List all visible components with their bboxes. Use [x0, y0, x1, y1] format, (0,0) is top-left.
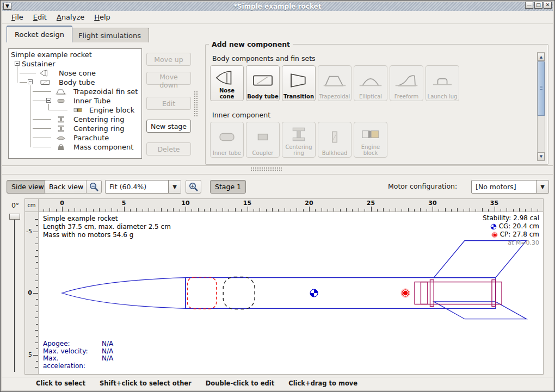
mass-component-outline[interactable]: [223, 277, 255, 309]
component-tree[interactable]: Simple example rocketSustainerNose coneB…: [8, 48, 142, 159]
parachute-outline[interactable]: [187, 277, 216, 309]
tab-rocket-design[interactable]: Rocket design: [7, 26, 72, 42]
rotation-slider-handle[interactable]: [9, 214, 20, 220]
add-transition-button[interactable]: Transition: [282, 65, 316, 101]
tree-item-body-tube[interactable]: Body tube: [59, 78, 95, 86]
move-down-button[interactable]: Move down: [146, 72, 191, 85]
tree-item-engine-block[interactable]: Engine block: [89, 105, 134, 114]
ruler-tick: [315, 209, 316, 211]
component-button-label: Inner tube: [213, 151, 241, 157]
ruler-unit-label: cm: [25, 199, 39, 212]
ruler-tick: [35, 306, 38, 306]
tree-connector: [33, 138, 51, 138]
engine-block-outline[interactable]: [421, 282, 428, 304]
add-nose-cone-button[interactable]: Nose cone: [210, 65, 244, 101]
ruler-tick: [414, 209, 415, 211]
cp-marker[interactable]: [401, 289, 410, 297]
add-engine-block-button[interactable]: Engine block: [354, 122, 387, 158]
chevron-down-icon: ▼: [168, 181, 181, 193]
add-elliptical-button[interactable]: Elliptical: [354, 65, 387, 101]
tree-item-inner-tube[interactable]: Inner Tube: [73, 96, 110, 105]
zoom-in-button[interactable]: +: [186, 180, 201, 194]
zoom-level-select[interactable]: Fit (60.4%) ▼: [105, 180, 181, 194]
scroll-up-button[interactable]: ▲: [538, 53, 545, 61]
tree-item-trapezoidal-fin-set[interactable]: Trapezoidal fin set: [73, 87, 138, 96]
back-view-button[interactable]: Back view: [44, 180, 88, 194]
maximize-button[interactable]: □: [534, 2, 542, 9]
add-trapezoidal-button[interactable]: Trapezoidal: [318, 65, 351, 101]
body-tube-icon: [251, 67, 275, 94]
tree-expander-minus[interactable]: [46, 98, 51, 103]
menu-edit[interactable]: Edit: [28, 12, 52, 22]
add-coupler-button[interactable]: Coupler: [246, 122, 280, 158]
menu-analyze[interactable]: Analyze: [52, 12, 89, 22]
tree-item-sustainer[interactable]: Sustainer: [22, 59, 55, 68]
add-body-tube-button[interactable]: Body tube: [246, 65, 280, 101]
ruler-tick: [297, 208, 297, 211]
stage-1-toggle[interactable]: Stage 1: [210, 180, 246, 194]
tree-item-centering-ring[interactable]: Centering ring: [73, 124, 124, 133]
titlebar[interactable]: ▼ *Simple example rocket — □ ✕: [2, 2, 553, 11]
tree-item-mass-component[interactable]: Mass component: [73, 142, 133, 151]
ruler-label: 5: [28, 351, 32, 358]
tree-expander-minus[interactable]: [15, 61, 20, 66]
ruler-tick: [99, 208, 100, 211]
close-button[interactable]: ✕: [544, 2, 552, 9]
magnifier-plus-icon: +: [188, 182, 199, 192]
side-view-button[interactable]: Side view: [7, 180, 49, 194]
add-launch-lug-button[interactable]: Launch lug: [425, 65, 459, 101]
centering-ring-2[interactable]: [492, 280, 496, 307]
ruler-tick: [346, 208, 347, 211]
add-bulkhead-button[interactable]: Bulkhead: [318, 122, 351, 158]
scroll-down-button[interactable]: ▼: [538, 152, 545, 160]
tree-expander-minus[interactable]: [28, 79, 33, 84]
new-stage-button[interactable]: New stage: [146, 120, 191, 133]
motor-configuration-select[interactable]: [No motors] ▼: [471, 180, 549, 194]
tree-connector: [33, 91, 51, 92]
ruler-tick: [266, 209, 267, 211]
rotation-angle-label: 0°: [7, 201, 23, 209]
cg-marker[interactable]: [310, 289, 318, 297]
rocket-canvas[interactable]: Simple example rocketLength 37.5 cm, max…: [39, 212, 543, 374]
cg-value: CG: 20.4 cm: [499, 222, 539, 231]
ruler-tick: [167, 209, 168, 211]
tree-connector: [49, 110, 67, 110]
menu-help[interactable]: Help: [89, 12, 115, 22]
add-centering-ring-button[interactable]: Centering ring: [282, 122, 316, 158]
flight-stat-value: N/A: [102, 348, 113, 356]
move-up-button[interactable]: Move up: [146, 53, 191, 66]
ruler-tick: [488, 209, 489, 211]
add-inner-tube-button[interactable]: Inner tube: [210, 122, 244, 158]
ruler-tick: [36, 324, 38, 325]
tree-item-parachute[interactable]: Parachute: [73, 133, 109, 142]
status-hint: Shift+click to select other: [100, 379, 192, 387]
zoom-out-button[interactable]: −: [86, 180, 102, 194]
edit-button[interactable]: Edit: [146, 97, 191, 110]
launch-lug-icon: [430, 67, 454, 94]
view-toolbar: Side view Back view − Fit (60.4%) ▼ + St…: [2, 174, 553, 198]
scrollbar-thumb[interactable]: [538, 61, 545, 116]
horizontal-splitter[interactable]: [250, 167, 282, 172]
flight-stat-row: Apogee:N/A: [43, 340, 113, 348]
menu-file[interactable]: File: [7, 12, 28, 22]
magnifier-minus-icon: −: [89, 182, 100, 192]
nose-cone-outline[interactable]: [62, 278, 186, 309]
component-button-label: Nose cone: [211, 88, 243, 99]
minimize-button[interactable]: —: [525, 2, 533, 9]
ruler-tick: [451, 209, 452, 211]
rocket-summary-line: Length 37.5 cm, max. diameter 2.5 cm: [43, 223, 171, 231]
flight-stat-label: Max. velocity:: [43, 348, 102, 356]
component-scrollbar[interactable]: ▲ ▼: [537, 52, 545, 161]
ruler-tick: [457, 208, 458, 211]
delete-button[interactable]: Delete: [146, 142, 191, 155]
rotation-slider-track[interactable]: [14, 215, 15, 372]
tree-item-centering-ring[interactable]: Centering ring: [73, 115, 124, 123]
add-freeform-button[interactable]: Freeform: [390, 65, 423, 101]
vertical-splitter[interactable]: [194, 91, 198, 117]
tree-connector: [33, 101, 46, 101]
tree-item-simple-example-rocket[interactable]: Simple example rocket: [11, 50, 92, 59]
tab-flight-simulations[interactable]: Flight simulations: [70, 28, 149, 42]
ruler-label: 20: [305, 200, 313, 207]
centering-ring-1[interactable]: [430, 280, 434, 307]
tree-item-nose-cone[interactable]: Nose cone: [59, 69, 96, 77]
